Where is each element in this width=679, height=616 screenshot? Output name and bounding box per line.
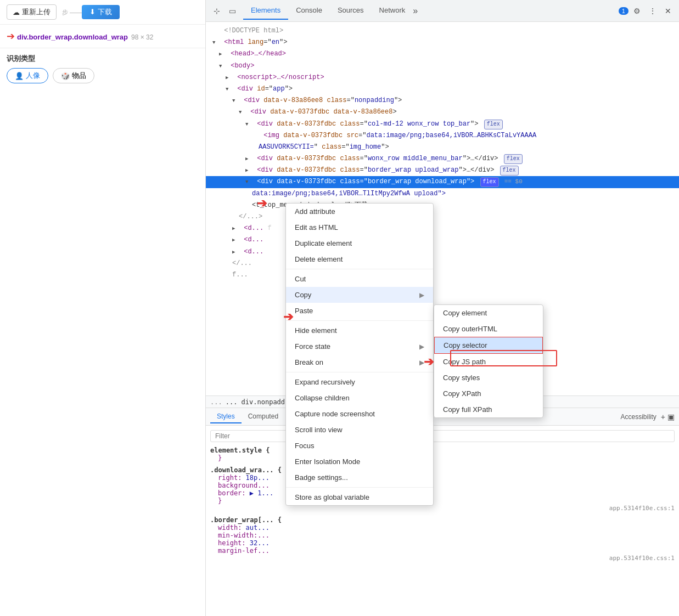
inspect-icon[interactable]: ⊹ xyxy=(210,4,223,18)
type-buttons: 👤 人像 🎲 物品 xyxy=(7,68,199,83)
tree-f-text[interactable]: f... xyxy=(206,269,679,281)
devtools-right-icons: 1 ⚙ ⋮ ✕ xyxy=(619,4,675,18)
device-icon[interactable]: ▭ xyxy=(226,4,239,18)
arrow-div-topbar[interactable] xyxy=(245,119,253,129)
settings-icon[interactable]: ⚙ xyxy=(631,4,644,18)
arrow-div-0373[interactable] xyxy=(239,107,246,117)
tree-div-topbar[interactable]: <div data-v-0373fdbc class="col-md-12 wo… xyxy=(206,118,679,130)
ctx-cut[interactable]: Cut xyxy=(286,271,433,287)
element-info: ➔ div.border_wrap.download_wrap 98 × 32 xyxy=(0,25,205,48)
more-options-icon[interactable]: ⋮ xyxy=(646,4,659,18)
ctx-edit-html[interactable]: Edit as HTML xyxy=(286,219,433,235)
ctx-scroll-into-view[interactable]: Scroll into view xyxy=(286,422,433,438)
tree-close2[interactable]: </... xyxy=(206,258,679,269)
arrow-div-app[interactable] xyxy=(226,84,233,94)
ctx-focus[interactable]: Focus xyxy=(286,438,433,454)
tab-sources[interactable]: Sources xyxy=(330,2,372,20)
red-arrow-copy-selector: ➔ xyxy=(424,355,434,369)
tree-div-upload-wrap[interactable]: <div data-v-0373fdbc class="border_wrap … xyxy=(206,165,679,176)
close-icon[interactable]: ✕ xyxy=(661,4,675,18)
tab-computed[interactable]: Computed xyxy=(242,410,285,423)
ctx-copy[interactable]: Copy ▶ xyxy=(286,287,433,303)
sub-copy-xpath[interactable]: Copy XPath xyxy=(434,386,543,402)
sub-copy-outer-html[interactable]: Copy outerHTML xyxy=(434,321,543,337)
tree-div-nonpadding[interactable]: <div data-v-83a86ee8 class="nonpadding"> xyxy=(206,95,679,106)
more-tabs-button[interactable]: » xyxy=(413,6,418,16)
tree-div-0373[interactable]: <div data-v-0373fdbc data-v-83a86ee8> xyxy=(206,106,679,118)
tree-div-download-wrap[interactable]: <div data-v-0373fdbc class="border_wrap … xyxy=(206,176,679,188)
divider-3 xyxy=(286,372,433,372)
divider-4 xyxy=(286,487,433,488)
upload-icon: ☁ xyxy=(13,8,20,16)
tree-div-app[interactable]: <div id="app"> xyxy=(206,83,679,95)
arrow-upload-wrap[interactable] xyxy=(245,165,253,176)
upload-button[interactable]: ☁ 重新上传 xyxy=(7,4,57,20)
arrow-div-nonpadding[interactable] xyxy=(232,95,240,106)
devtools-icons: ⊹ ▭ xyxy=(210,4,239,18)
tree-txt-download[interactable]: <t_top_menu txt_download">下载 xyxy=(206,200,679,211)
object-icon: 🎲 xyxy=(61,72,70,80)
arrow-noscript[interactable] xyxy=(226,72,233,83)
ctx-badge-settings[interactable]: Badge settings... xyxy=(286,470,433,485)
arrow-body[interactable] xyxy=(219,61,227,71)
tree-d-1[interactable]: <d... f xyxy=(206,223,679,234)
tab-console[interactable]: Console xyxy=(288,2,330,20)
sub-copy-js-path[interactable]: Copy JS path xyxy=(434,354,543,370)
type-portrait-button[interactable]: 👤 人像 xyxy=(7,68,48,83)
ctx-expand[interactable]: Expand recursively xyxy=(286,374,433,390)
tree-img-home2[interactable]: AASUVORK5CYII=" class="img_home"> xyxy=(206,142,679,153)
ctx-duplicate[interactable]: Duplicate element xyxy=(286,235,433,251)
ctx-break-on[interactable]: Break on ▶ xyxy=(286,354,433,370)
tree-close1[interactable]: </...> xyxy=(206,211,679,223)
tree-img-home[interactable]: <img data-v-0373fdbc src="data:image/png… xyxy=(206,130,679,142)
download-icon: ⬇ xyxy=(89,8,96,16)
sub-copy-element[interactable]: Copy element xyxy=(434,305,543,321)
step-indicator: 步 —— xyxy=(62,8,82,16)
ctx-collapse[interactable]: Collapse children xyxy=(286,390,433,406)
context-menu: Add attribute Edit as HTML Duplicate ele… xyxy=(285,203,434,506)
sub-copy-selector[interactable]: Copy selector xyxy=(434,337,543,354)
ctx-store-global[interactable]: Store as global variable xyxy=(286,489,433,505)
ctx-hide[interactable]: Hide element xyxy=(286,323,433,338)
download-button[interactable]: ⬇ 下载 xyxy=(82,5,120,19)
box-model-icon[interactable]: ▣ xyxy=(667,412,675,421)
tree-div-middle-menu[interactable]: <div data-v-0373fdbc class="wonx_row mid… xyxy=(206,153,679,165)
tree-d-2[interactable]: <d... xyxy=(206,234,679,246)
filter-input[interactable] xyxy=(210,430,675,442)
ctx-capture-screenshot[interactable]: Capture node screenshot xyxy=(286,406,433,422)
tab-styles[interactable]: Styles xyxy=(210,410,242,423)
sub-copy-full-xpath[interactable]: Copy full XPath xyxy=(434,402,543,417)
tree-noscript[interactable]: <noscript>…</noscript> xyxy=(206,72,679,83)
breadcrumb-nonpad[interactable]: ... div.nonpadd xyxy=(226,398,285,406)
tab-elements[interactable]: Elements xyxy=(243,2,288,20)
tree-head[interactable]: <head>…</head> xyxy=(206,48,679,60)
tree-doctype[interactable]: <!DOCTYPE html> xyxy=(206,25,679,37)
sub-copy-styles[interactable]: Copy styles xyxy=(434,370,543,386)
notification-badge: 1 xyxy=(619,7,629,15)
force-state-arrow: ▶ xyxy=(419,343,424,351)
tab-network[interactable]: Network xyxy=(372,2,413,20)
ctx-delete[interactable]: Delete element xyxy=(286,251,433,267)
arrow-head[interactable] xyxy=(219,49,227,59)
element-size: 98 × 32 xyxy=(131,33,153,41)
tree-img-upload[interactable]: data:image/png;base64,iVBOR…TlItMpy2WfwA… xyxy=(206,188,679,200)
style-border-wrap: .border_wrap[... { width: aut... min-wid… xyxy=(210,516,675,562)
tree-body[interactable]: <body> xyxy=(206,60,679,72)
styles-panel: element.style { } .download_wra... { rig… xyxy=(206,426,679,616)
style-download-wrap: .download_wra... { right: 18p... backgro… xyxy=(210,466,675,512)
recognize-type-section: 识别类型 👤 人像 🎲 物品 xyxy=(0,48,205,89)
arrow-middle-menu[interactable] xyxy=(245,154,253,164)
ctx-paste[interactable]: Paste xyxy=(286,303,433,319)
divider-1 xyxy=(286,269,433,269)
recognize-label: 识别类型 xyxy=(7,54,199,64)
left-panel: ☁ 重新上传 步 —— ⬇ 下载 ➔ div.border_wrap.downl… xyxy=(0,0,206,616)
arrow-download-wrap[interactable] xyxy=(245,177,253,187)
type-object-button[interactable]: 🎲 物品 xyxy=(53,68,94,83)
tree-html[interactable]: <html lang="en"> xyxy=(206,37,679,48)
arrow-html[interactable] xyxy=(212,37,220,48)
ctx-force-state[interactable]: Force state ▶ xyxy=(286,338,433,354)
ctx-add-attribute[interactable]: Add attribute xyxy=(286,204,433,219)
add-style-icon[interactable]: + xyxy=(661,412,665,421)
tree-d-3[interactable]: <d... xyxy=(206,246,679,258)
ctx-isolation-mode[interactable]: Enter Isolation Mode xyxy=(286,454,433,470)
